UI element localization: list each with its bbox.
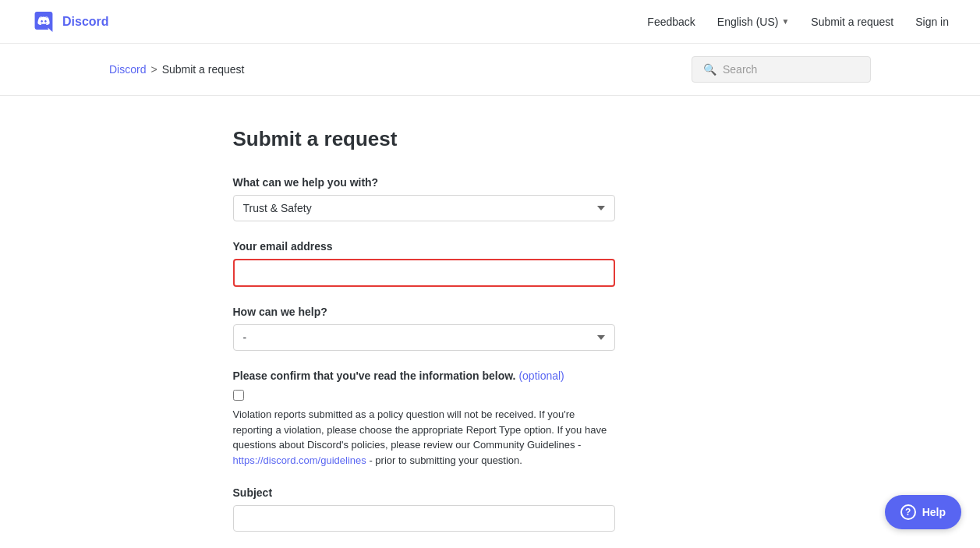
breadcrumb-bar: Discord > Submit a request 🔍	[0, 44, 980, 96]
main-nav: Feedback English (US) ▼ Submit a request…	[647, 16, 949, 28]
search-box[interactable]: 🔍	[692, 56, 871, 83]
help-button-label: Help	[922, 506, 946, 518]
language-selector[interactable]: English (US) ▼	[717, 16, 790, 28]
help-button[interactable]: ? Help	[885, 495, 961, 529]
email-input[interactable]	[233, 259, 615, 287]
help-circle-icon: ?	[900, 504, 916, 520]
subject-input[interactable]	[233, 505, 615, 532]
help-topic-group: What can we help you with? Trust & Safet…	[233, 176, 748, 221]
feedback-link[interactable]: Feedback	[647, 16, 695, 28]
email-label: Your email address	[233, 240, 748, 253]
sign-in-link[interactable]: Sign in	[915, 16, 949, 28]
confirm-optional: (optional)	[518, 369, 564, 382]
help-topic-select[interactable]: Trust & Safety Billing Technical Support…	[233, 195, 615, 221]
help-topic-label: What can we help you with?	[233, 176, 748, 189]
header: Discord Feedback English (US) ▼ Submit a…	[0, 0, 980, 44]
chevron-down-icon: ▼	[781, 17, 789, 26]
subject-label: Subject	[233, 486, 748, 499]
confirm-checkbox[interactable]	[233, 390, 244, 401]
search-icon: 🔍	[703, 63, 716, 76]
confirm-checkbox-row	[233, 388, 748, 401]
discord-logo-icon	[31, 9, 56, 34]
logo-link[interactable]: Discord	[31, 9, 109, 34]
breadcrumb-home[interactable]: Discord	[109, 63, 146, 76]
email-group: Your email address	[233, 240, 748, 287]
confirm-group: Please confirm that you've read the info…	[233, 369, 748, 468]
submit-request-nav-link[interactable]: Submit a request	[811, 16, 893, 28]
search-input[interactable]	[723, 63, 859, 76]
guidelines-link[interactable]: https://discord.com/guidelines	[233, 454, 366, 466]
breadcrumb-current: Submit a request	[162, 63, 245, 76]
language-label: English (US)	[717, 16, 779, 28]
how-help-label: How can we help?	[233, 306, 748, 318]
confirm-label: Please confirm that you've read the info…	[233, 369, 748, 382]
confirm-text: Violation reports submitted as a policy …	[233, 407, 607, 468]
subject-group: Subject	[233, 486, 748, 532]
breadcrumb: Discord > Submit a request	[109, 63, 245, 76]
main-content: Submit a request What can we help you wi…	[218, 96, 763, 548]
page-title: Submit a request	[233, 127, 748, 151]
how-help-group: How can we help? - Report abuse Account …	[233, 306, 748, 351]
logo-text: Discord	[62, 15, 109, 29]
breadcrumb-separator: >	[150, 63, 157, 76]
how-help-select[interactable]: - Report abuse Account issue Other	[233, 324, 615, 351]
